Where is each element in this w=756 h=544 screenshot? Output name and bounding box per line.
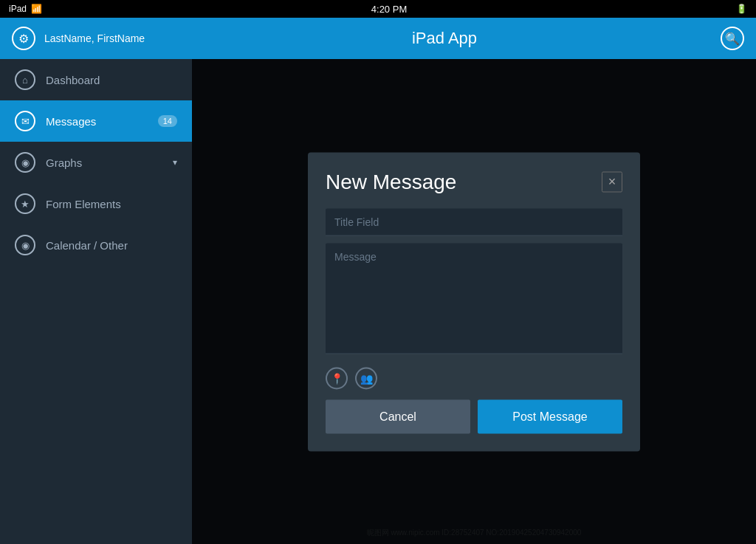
sidebar-item-dashboard[interactable]: ⌂ Dashboard: [0, 59, 192, 100]
message-field[interactable]: [326, 243, 622, 354]
status-bar: iPad 📶 4:20 PM 🔋: [0, 0, 756, 18]
sidebar-item-form-elements[interactable]: ★ Form Elements: [0, 183, 192, 224]
location-icon[interactable]: 📍: [326, 367, 348, 389]
messages-icon: ✉: [15, 111, 35, 131]
dialog-icons-row: 📍 👥: [326, 367, 622, 389]
people-icon[interactable]: 👥: [355, 367, 377, 389]
close-icon[interactable]: ×: [602, 171, 622, 192]
status-bar-right: 🔋: [736, 4, 747, 14]
title-field[interactable]: [326, 208, 622, 235]
wifi-icon: 📶: [31, 4, 42, 14]
chevron-down-icon: ▾: [173, 157, 177, 168]
sidebar-item-label: Graphs: [46, 156, 82, 169]
messages-badge: 14: [158, 115, 177, 127]
battery-icon: 🔋: [736, 4, 747, 14]
status-bar-left: iPad 📶: [9, 4, 42, 14]
app-title: iPad App: [192, 29, 697, 48]
dashboard-icon: ⌂: [15, 69, 35, 90]
post-message-button[interactable]: Post Message: [478, 399, 622, 433]
header-right: 🔍: [697, 27, 756, 50]
cancel-button[interactable]: Cancel: [326, 399, 470, 433]
content-area: New Message × 📍 👥 Cancel Post Message 昵图…: [192, 59, 756, 544]
header-left: ⚙ LastName, FirstName: [0, 27, 192, 50]
sidebar-item-label: Dashboard: [46, 74, 100, 86]
ipad-label: iPad: [9, 4, 27, 14]
sidebar-item-graphs[interactable]: ◉ Graphs ▾: [0, 142, 192, 183]
sidebar-item-label: Form Elements: [46, 198, 121, 210]
form-elements-icon: ★: [15, 193, 35, 214]
search-icon[interactable]: 🔍: [721, 27, 744, 50]
sidebar: ⌂ Dashboard ✉ Messages 14 ◉ Graphs ▾ ★ F…: [0, 59, 192, 544]
dialog-title: New Message: [326, 170, 456, 193]
dialog-header: New Message ×: [326, 170, 622, 193]
sidebar-item-label: Calendar / Other: [46, 239, 128, 252]
new-message-dialog: New Message × 📍 👥 Cancel Post Message: [308, 152, 640, 451]
sidebar-item-messages[interactable]: ✉ Messages 14: [0, 100, 192, 142]
user-name: LastName, FirstName: [44, 32, 145, 44]
graphs-icon: ◉: [15, 152, 35, 173]
dialog-buttons: Cancel Post Message: [326, 399, 622, 433]
main-layout: ⌂ Dashboard ✉ Messages 14 ◉ Graphs ▾ ★ F…: [0, 59, 756, 544]
app-header: ⚙ LastName, FirstName iPad App 🔍: [0, 18, 756, 59]
calendar-icon: ◉: [15, 235, 35, 255]
sidebar-item-label: Messages: [46, 115, 96, 128]
gear-icon[interactable]: ⚙: [12, 27, 35, 50]
status-bar-time: 4:20 PM: [371, 4, 407, 15]
sidebar-item-calendar-other[interactable]: ◉ Calendar / Other: [0, 224, 192, 266]
